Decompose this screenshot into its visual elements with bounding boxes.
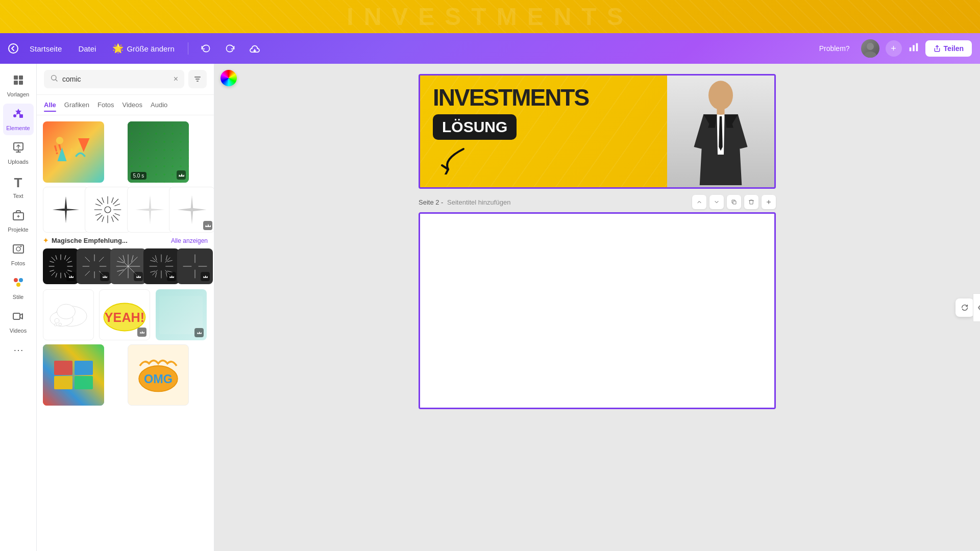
svg-rect-105 [75, 361, 93, 375]
svg-point-97 [57, 304, 76, 319]
projekte-label: Projekte [8, 227, 28, 233]
list-item[interactable]: 5.0 s [128, 121, 189, 183]
svg-line-35 [112, 197, 114, 203]
svg-rect-5 [14, 76, 18, 80]
sidebar-item-more[interactable]: ⋯ [3, 340, 34, 360]
premium-badge [167, 272, 176, 281]
page-1-canvas[interactable]: INVESTMENTS LÖSUNG [419, 74, 776, 189]
sidebar-item-stile[interactable]: Stile [3, 272, 34, 304]
svg-point-14 [16, 247, 20, 251]
back-button[interactable] [8, 43, 18, 54]
list-item[interactable] [43, 187, 89, 233]
svg-text:OMG: OMG [144, 372, 173, 386]
tab-fotos[interactable]: Fotos [97, 99, 114, 111]
file-button[interactable]: Datei [73, 41, 101, 56]
svg-line-34 [102, 197, 104, 203]
svg-line-82 [153, 270, 158, 276]
cloud-save-button[interactable] [246, 39, 264, 58]
list-item[interactable] [85, 187, 131, 233]
search-input[interactable] [62, 75, 169, 83]
search-clear-button[interactable]: × [174, 74, 178, 84]
list-item[interactable] [177, 248, 213, 284]
page-move-down-button[interactable] [709, 195, 724, 209]
sidebar-item-uploads[interactable]: Uploads [3, 137, 34, 169]
tab-audio[interactable]: Audio [151, 99, 167, 111]
tab-bar: Alle Grafiken Fotos Videos Audio [37, 95, 214, 115]
tab-all[interactable]: Alle [44, 99, 56, 111]
sidebar-item-videos[interactable]: Videos [3, 306, 34, 338]
page-move-up-button[interactable] [692, 195, 706, 209]
see-all-button[interactable]: Alle anzeigen [171, 237, 208, 244]
page-2-actions [692, 195, 776, 209]
page-2-canvas[interactable] [419, 212, 776, 409]
tab-grafiken[interactable]: Grafiken [64, 99, 89, 111]
sidebar-item-projekte[interactable]: Projekte [3, 205, 34, 237]
sun-icon: 🌟 [112, 43, 124, 54]
page-2-label-bar: Seite 2 - Seitentitel hinzufügen [419, 195, 776, 209]
svg-rect-10 [19, 114, 23, 118]
svg-line-73 [117, 261, 124, 263]
page-add-button[interactable] [762, 195, 776, 209]
svg-line-88 [156, 272, 157, 278]
list-item[interactable] [169, 187, 214, 233]
list-item[interactable] [110, 248, 146, 284]
undo-button[interactable] [197, 39, 215, 58]
svg-line-36 [95, 204, 101, 206]
page-2-add-title[interactable]: Seitentitel hinzufügen [447, 198, 510, 206]
list-item[interactable]: YEAH! [99, 289, 150, 340]
svg-line-79 [153, 258, 158, 263]
size-button[interactable]: 🌟 Größe ändern [107, 40, 179, 57]
svg-line-71 [123, 255, 125, 262]
list-item[interactable] [77, 248, 112, 284]
premium-badge [201, 272, 210, 281]
svg-line-49 [66, 257, 70, 261]
svg-rect-4 [916, 43, 918, 51]
more-icon: ⋯ [13, 344, 23, 356]
svg-rect-3 [913, 45, 915, 51]
premium-badge [66, 272, 76, 281]
svg-point-9 [13, 114, 16, 117]
header: Startseite Datei 🌟 Größe ändern [0, 33, 980, 64]
list-item[interactable]: OMG [128, 344, 189, 406]
redo-button[interactable] [221, 39, 239, 58]
filter-button[interactable] [188, 70, 207, 88]
elemente-icon [12, 108, 24, 123]
list-item[interactable] [127, 187, 173, 233]
add-collaborator-button[interactable]: + [886, 40, 902, 57]
svg-line-56 [56, 273, 57, 277]
svg-marker-24 [78, 138, 90, 152]
list-item[interactable] [143, 248, 179, 284]
page-2-container [419, 212, 776, 409]
elemente-label: Elemente [6, 125, 30, 131]
list-item[interactable] [156, 289, 207, 340]
svg-point-0 [867, 43, 874, 50]
problem-button[interactable]: Problem? [814, 41, 855, 56]
svg-line-51 [56, 255, 57, 259]
page-duplicate-button[interactable] [727, 195, 741, 209]
tab-videos[interactable]: Videos [122, 99, 143, 111]
search-input-wrap: × [44, 70, 184, 88]
uploads-label: Uploads [8, 159, 28, 165]
investments-text: INVESTMENTS [433, 86, 654, 109]
color-swatch[interactable] [220, 70, 237, 86]
list-item[interactable] [43, 344, 104, 406]
sidebar-item-fotos[interactable]: Fotos [3, 239, 34, 270]
svg-rect-104 [54, 361, 72, 375]
svg-line-57 [67, 261, 71, 263]
analytics-icon[interactable] [908, 42, 919, 56]
svg-point-17 [19, 278, 23, 282]
list-item[interactable] [43, 289, 94, 340]
page-delete-button[interactable] [744, 195, 758, 209]
home-button[interactable]: Startseite [24, 41, 67, 56]
list-item[interactable]: !! ! [43, 121, 104, 183]
share-button[interactable]: Teilen [925, 40, 972, 57]
sidebar-item-text[interactable]: T Text [3, 171, 34, 203]
avatar[interactable] [861, 39, 879, 58]
svg-point-98 [55, 318, 59, 323]
vorlagen-icon [12, 74, 24, 89]
refresh-button[interactable] [955, 298, 974, 317]
sidebar-item-vorlagen[interactable]: Vorlagen [3, 70, 34, 102]
sidebar-item-elemente[interactable]: Elemente [3, 104, 34, 135]
list-item[interactable] [43, 248, 79, 284]
svg-point-99 [59, 323, 61, 325]
